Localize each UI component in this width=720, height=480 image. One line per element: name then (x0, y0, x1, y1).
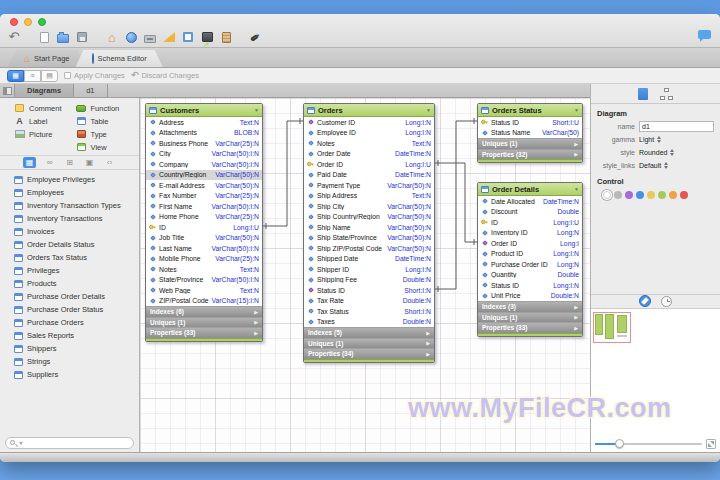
properties-tab-icon[interactable] (638, 88, 648, 100)
er-field-row[interactable]: IDLong:I:U (478, 217, 582, 228)
filter-icon[interactable]: ▼ (574, 107, 579, 113)
er-field-row[interactable]: CityVarChar(50):I:N (146, 149, 262, 160)
er-field-row[interactable]: Shipper IDLong:I:N (304, 264, 434, 275)
er-table-header[interactable]: Orders Status▼ (478, 104, 582, 117)
list-item[interactable]: Sales Reports (0, 329, 139, 342)
er-field-row[interactable]: ZIP/Postal CodeVarChar(15):I:N (146, 296, 262, 307)
sidebar-collapse-icon[interactable] (0, 84, 14, 97)
er-field-row[interactable]: Status IDShort:I:N (304, 285, 434, 296)
list-view-button[interactable]: ≡ (24, 70, 41, 82)
er-field-row[interactable]: Payment TypeVarChar(50):N (304, 180, 434, 191)
minimap-viewport[interactable] (593, 312, 631, 343)
er-field-row[interactable]: Job TitleVarChar(50):N (146, 233, 262, 244)
structure-tab-icon[interactable] (660, 88, 673, 100)
er-field-row[interactable]: Web PageText:N (146, 285, 262, 296)
saved-filter-icon[interactable]: ▣ (83, 157, 96, 168)
er-field-row[interactable]: AttachmentsBLOB:N (146, 128, 262, 139)
er-table-header[interactable]: Orders▼ (304, 104, 434, 117)
er-field-row[interactable]: Ship State/ProvinceVarChar(50):N (304, 233, 434, 244)
er-field-row[interactable]: Shipped DateDateTime:N (304, 254, 434, 265)
model-icon[interactable] (123, 29, 139, 45)
export-icon[interactable] (142, 29, 158, 45)
search-input[interactable] (5, 437, 134, 449)
tables-filter-icon[interactable]: ▦ (23, 157, 36, 168)
tab-start-page[interactable]: ⌂Start Page (8, 50, 86, 67)
apply-changes-button[interactable]: Apply Changes (64, 71, 125, 80)
er-field-row[interactable]: First NameVarChar(50):I:N (146, 201, 262, 212)
er-field-row[interactable]: Tax StatusShort:I:N (304, 306, 434, 317)
er-footer-row[interactable]: Uniques (1)▶ (146, 317, 262, 328)
palette-item-type[interactable]: Type (76, 129, 120, 139)
tab-diagrams[interactable]: Diagrams (14, 84, 74, 97)
er-field-row[interactable]: Paid DateDateTime:N (304, 170, 434, 181)
zoom-slider-knob[interactable] (615, 439, 624, 448)
er-field-row[interactable]: Product IDLong:I:N (478, 249, 582, 260)
er-field-row[interactable]: Mobile PhoneVarChar(25):N (146, 254, 262, 265)
undo-icon[interactable]: ↶ (6, 29, 22, 45)
zoom-slider[interactable] (595, 443, 702, 445)
color-swatch[interactable] (658, 191, 666, 199)
er-field-row[interactable]: State/ProvinceVarChar(50):I:N (146, 275, 262, 286)
er-field-row[interactable]: CompanyVarChar(50):I:N (146, 159, 262, 170)
home-icon[interactable]: ⌂ (104, 29, 120, 45)
color-swatch[interactable] (625, 191, 633, 199)
tab-schema-editor[interactable]: Schema Editor (76, 50, 163, 67)
er-table-orders[interactable]: Orders▼Customer IDLong:I:NEmployee IDLon… (303, 103, 435, 363)
list-item[interactable]: Products (0, 277, 139, 290)
palette-item-label[interactable]: ALabel (14, 116, 62, 126)
chart-icon[interactable]: ↗ (199, 29, 215, 45)
er-footer-row[interactable]: Indexes (5)▶ (304, 327, 434, 338)
er-field-row[interactable]: Country/RegionVarChar(50):N (146, 170, 262, 181)
grid-view-button[interactable]: ▤ (41, 70, 58, 82)
er-field-row[interactable]: Order IDLong:I (478, 238, 582, 249)
er-footer-row[interactable]: Properties (34)▶ (304, 348, 434, 359)
list-item[interactable]: Purchase Order Details (0, 290, 139, 303)
relations-filter-icon[interactable]: ∞ (43, 157, 56, 168)
palette-item-comment[interactable]: Comment (14, 103, 62, 113)
list-item[interactable]: Shippers (0, 342, 139, 355)
palette-item-view[interactable]: View (76, 142, 120, 152)
palette-item-function[interactable]: Function (76, 103, 120, 113)
filter-icon[interactable]: ▼ (426, 107, 431, 113)
color-swatch[interactable] (680, 191, 688, 199)
er-field-row[interactable]: Home PhoneVarChar(25):N (146, 212, 262, 223)
er-field-row[interactable]: Ship ZIP/Postal CodeVarChar(50):N (304, 243, 434, 254)
er-field-row[interactable]: Status NameVarChar(50) (478, 128, 582, 139)
er-field-row[interactable]: Status IDLong:I:N (478, 280, 582, 291)
er-footer-row[interactable]: Properties (32)▶ (478, 149, 582, 160)
er-field-row[interactable]: E-mail AddressVarChar(50):N (146, 180, 262, 191)
er-field-row[interactable]: Date AllocatedDateTime:N (478, 196, 582, 207)
list-item[interactable]: Suppliers (0, 368, 139, 381)
er-footer-row[interactable]: Uniques (1)▶ (304, 338, 434, 349)
list-item[interactable]: Privileges (0, 264, 139, 277)
name-input[interactable] (639, 121, 714, 132)
save-icon[interactable] (74, 29, 90, 45)
list-item[interactable]: Employees (0, 186, 139, 199)
list-item[interactable]: Inventory Transactions (0, 212, 139, 225)
er-field-row[interactable]: Inventory IDLong:N (478, 228, 582, 239)
er-field-row[interactable]: Fax NumberVarChar(25):N (146, 191, 262, 202)
list-item[interactable]: Purchase Orders (0, 316, 139, 329)
er-field-row[interactable]: Customer IDLong:I:N (304, 117, 434, 128)
tab-d1[interactable]: d1 (74, 84, 107, 97)
diagram-view-button[interactable]: ▦ (7, 70, 24, 82)
er-table-order-details[interactable]: Order Details▼Date AllocatedDateTime:NDi… (477, 182, 583, 337)
style-dropdown[interactable]: Rounded (639, 149, 714, 156)
color-swatch[interactable] (669, 191, 677, 199)
zoom-button[interactable] (38, 18, 46, 26)
er-field-row[interactable]: Business PhoneVarChar(25):N (146, 138, 262, 149)
filter-icon[interactable]: ▼ (574, 186, 579, 192)
color-swatch[interactable] (636, 191, 644, 199)
er-table-orders-status[interactable]: Orders Status▼Status IDShort:I:UStatus N… (477, 103, 583, 163)
diagram-minimap[interactable] (591, 309, 720, 436)
navigator-icon[interactable] (639, 295, 651, 307)
list-item[interactable]: Order Details Status (0, 238, 139, 251)
er-field-row[interactable]: Ship AddressText:N (304, 191, 434, 202)
er-field-row[interactable]: AddressText:N (146, 117, 262, 128)
gamma-dropdown[interactable]: Light (639, 136, 714, 143)
palette-item-picture[interactable]: Picture (14, 129, 62, 139)
er-table-header[interactable]: Order Details▼ (478, 183, 582, 196)
er-field-row[interactable]: Ship CityVarChar(50):N (304, 201, 434, 212)
fit-to-window-icon[interactable] (706, 439, 716, 449)
list-item[interactable]: Strings (0, 355, 139, 368)
